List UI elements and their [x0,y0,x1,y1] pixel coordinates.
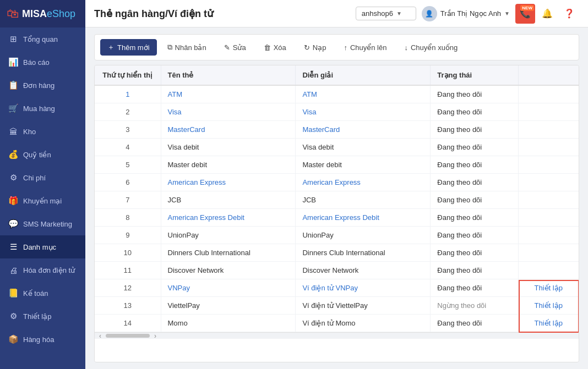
tong-quan-icon: ⊞ [8,34,19,45]
cell-action[interactable]: Thiết lập [518,297,579,315]
table-header-row: Thứ tự hiển thị Tên thẻ Diễn giải Trạng … [95,65,579,85]
chuyen-xuong-button[interactable]: ↓ Chuyển xuống [397,40,465,55]
cell-name[interactable]: MasterCard [161,121,296,139]
cell-desc: Visa debit [296,139,431,156]
cell-action [518,244,579,262]
user-menu[interactable]: 👤 Trần Thị Ngọc Anh ▼ [422,6,510,21]
hang-hoa-icon: 📦 [8,334,19,345]
cell-name[interactable]: ATM [161,85,296,103]
xoa-button[interactable]: 🗑 Xóa [257,40,293,55]
cell-status: Đang theo dõi [431,174,518,191]
chi-phi-icon: ⚙ [8,172,19,183]
cell-status: Đang theo dõi [431,103,518,121]
col-header-order: Thứ tự hiển thị [95,65,161,85]
cell-action [518,85,579,103]
notification-phone-button[interactable]: 📞 NEW [515,4,535,24]
app-logo: 🛍 MISAeShop [0,0,85,27]
sidebar-label-kho: Kho [23,128,36,136]
help-button[interactable]: ❓ [559,4,579,24]
cell-desc: Discover Network [296,262,431,279]
sidebar-nav: ⊞ Tổng quan 📊 Báo cáo 📋 Đơn hàng 🛒 Mua h… [0,27,85,369]
table-row: 12VNPayVí điện tử VNPayĐang theo dõiThiế… [95,279,579,297]
edit-icon: ✎ [224,43,230,52]
cell-name[interactable]: VNPay [161,279,296,297]
horizontal-scrollbar[interactable]: ‹ › [95,332,579,339]
table-row: 2VisaVisaĐang theo dõi [95,103,579,121]
content-area: ＋ Thêm mới ⧉ Nhân bản ✎ Sửa 🗑 Xóa ↻ Nạp … [85,27,588,369]
sidebar-item-kho[interactable]: 🏛 Kho [0,120,85,143]
page-title: Thẻ ngân hàng/Ví điện tử [94,8,213,20]
sidebar-item-ke-toan[interactable]: 📒 Kế toán [0,282,85,305]
cell-action [518,121,579,139]
cell-name[interactable]: Visa [161,103,296,121]
arrow-up-icon: ↑ [344,43,347,52]
ke-toan-icon: 📒 [8,288,19,299]
cell-action[interactable]: Thiết lập [518,315,579,332]
sidebar: 🛍 MISAeShop ⊞ Tổng quan 📊 Báo cáo 📋 Đơn … [0,0,85,369]
cell-order: 4 [95,139,161,156]
table-row: 1ATMATMĐang theo dõi [95,85,579,103]
sua-button[interactable]: ✎ Sửa [217,40,253,55]
sidebar-item-don-hang[interactable]: 📋 Đơn hàng [0,74,85,97]
cell-desc: MasterCard [296,121,431,139]
sidebar-item-hoa-don[interactable]: 🖨 Hóa đơn điện tử [0,258,85,282]
sidebar-item-khuyen-mai[interactable]: 🎁 Khuyến mại [0,189,85,212]
sidebar-item-chi-phi[interactable]: ⚙ Chi phí [0,166,85,189]
mua-hang-icon: 🛒 [8,103,19,114]
trash-icon: 🗑 [264,43,271,52]
cell-name: ViettelPay [161,297,296,315]
store-selector[interactable]: anhshop6 ▼ [356,7,416,20]
user-name: Trần Thị Ngọc Anh [440,9,501,18]
cell-order: 6 [95,174,161,191]
topbar-icons: 📞 NEW 🔔 ❓ [515,4,579,24]
cell-action [518,174,579,191]
cell-action [518,209,579,227]
cell-name[interactable]: American Express Debit [161,209,296,227]
cell-order: 11 [95,262,161,279]
cell-name: Dinners Club International [161,244,296,262]
sidebar-item-tong-quan[interactable]: ⊞ Tổng quan [0,27,85,51]
table-row: 3MasterCardMasterCardĐang theo dõi [95,121,579,139]
sidebar-label-bao-cao: Báo cáo [23,58,50,67]
col-header-name: Tên thẻ [161,65,296,85]
them-moi-button[interactable]: ＋ Thêm mới [100,39,157,56]
cell-order: 8 [95,209,161,227]
cell-desc: JCB [296,191,431,209]
sidebar-item-quy-tien[interactable]: 💰 Quỹ tiền [0,143,85,166]
cell-desc: American Express Debit [296,209,431,227]
cell-order: 3 [95,121,161,139]
cell-name[interactable]: American Express [161,174,296,191]
sidebar-label-tong-quan: Tổng quan [23,35,58,43]
table-row: 4Visa debitVisa debitĐang theo dõi [95,139,579,156]
cell-status: Đang theo dõi [431,227,518,244]
nap-button[interactable]: ↻ Nạp [297,40,334,55]
cell-desc: Dinners Club International [296,244,431,262]
sidebar-item-danh-muc[interactable]: ☰ Danh mục [0,235,85,258]
arrow-down-icon: ↓ [404,43,408,52]
scroll-left-arrow[interactable]: ‹ [95,332,106,340]
sidebar-item-thiet-lap[interactable]: ⚙ Thiết lập [0,305,85,328]
scroll-right-arrow[interactable]: › [150,332,161,340]
cell-desc: Ví điện tử VNPay [296,279,431,297]
cell-action[interactable]: Thiết lập [518,279,579,297]
sidebar-item-sms-marketing[interactable]: 💬 SMS Marketing [0,212,85,235]
chuyen-len-button[interactable]: ↑ Chuyển lên [336,40,394,55]
cell-status: Đang theo dõi [431,139,518,156]
sidebar-label-don-hang: Đơn hàng [23,81,55,90]
cell-status: Đang theo dõi [431,244,518,262]
sidebar-item-bao-cao[interactable]: 📊 Báo cáo [0,51,85,74]
sidebar-item-mua-hang[interactable]: 🛒 Mua hàng [0,97,85,120]
col-header-desc: Diễn giải [296,65,431,85]
notification-bell-button[interactable]: 🔔 [537,4,557,24]
avatar: 👤 [422,6,437,21]
sidebar-label-hoa-don: Hóa đơn điện tử [23,266,75,274]
sidebar-item-hang-hoa[interactable]: 📦 Hàng hóa [0,328,85,351]
nhan-ban-button[interactable]: ⧉ Nhân bản [160,40,214,55]
kho-icon: 🏛 [8,126,19,137]
cell-name: Discover Network [161,262,296,279]
table-row: 7JCBJCBĐang theo dõi [95,191,579,209]
cell-desc: ATM [296,85,431,103]
cell-name: JCB [161,191,296,209]
copy-icon: ⧉ [167,43,172,52]
hoa-don-icon: 🖨 [8,265,19,276]
